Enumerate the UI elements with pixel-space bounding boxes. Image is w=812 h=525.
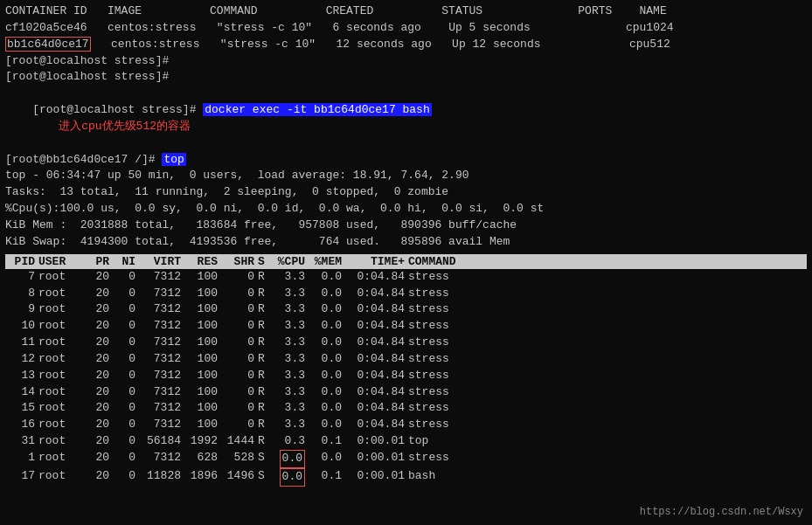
user-value: root bbox=[38, 368, 87, 384]
cpu-value: 3.3 bbox=[272, 318, 309, 335]
ni-value: 0 bbox=[113, 450, 139, 468]
pid-value: 16 bbox=[5, 417, 38, 433]
cmd-value: stress bbox=[408, 269, 807, 286]
mem-value: 0.0 bbox=[309, 286, 345, 302]
top-cmd: top bbox=[162, 153, 185, 166]
cmd-value: stress bbox=[408, 351, 807, 368]
cpu-value: 3.3 bbox=[272, 417, 309, 433]
container1-row: cf1020a5ce46 centos:stress "stress -c 10… bbox=[5, 20, 807, 37]
cmd-value: stress bbox=[408, 286, 807, 302]
cpu-value: 3.3 bbox=[272, 368, 309, 384]
time-value: 0:04.84 bbox=[345, 318, 408, 335]
table-row: 9 root 20 0 7312 100 0 R 3.3 0.0 0:04.84… bbox=[5, 301, 807, 318]
mem-value: 0.0 bbox=[309, 450, 345, 468]
table-row: 1 root 20 0 7312 628 528 S 0.0 0.0 0:00.… bbox=[5, 450, 807, 468]
pr-value: 20 bbox=[87, 468, 113, 487]
header-cmd: COMMAND bbox=[408, 255, 807, 268]
top-line5: KiB Swap: 4194300 total, 4193536 free, 7… bbox=[5, 234, 807, 251]
res-value: 100 bbox=[184, 301, 221, 318]
watermark: https://blog.csdn.net/Wsxy bbox=[640, 506, 803, 518]
cpu-value: 3.3 bbox=[272, 384, 309, 401]
ni-value: 0 bbox=[113, 318, 139, 335]
ni-value: 0 bbox=[113, 269, 139, 286]
cmd-value: stress bbox=[408, 417, 807, 433]
virt-value: 7312 bbox=[139, 318, 184, 335]
s-value: R bbox=[258, 384, 272, 401]
table-row: 16 root 20 0 7312 100 0 R 3.3 0.0 0:04.8… bbox=[5, 417, 807, 433]
mem-value: 0.0 bbox=[309, 417, 345, 433]
cpu-value: 0.0 bbox=[272, 468, 309, 487]
cmd-value: stress bbox=[408, 400, 807, 417]
virt-value: 7312 bbox=[139, 335, 184, 351]
table-row: 31 root 20 0 56184 1992 1444 R 0.3 0.1 0… bbox=[5, 433, 807, 450]
user-value: root bbox=[38, 269, 87, 286]
cpu-value: 3.3 bbox=[272, 301, 309, 318]
container-header-line: CONTAINER ID IMAGE COMMAND CREATED STATU… bbox=[5, 3, 807, 20]
header-time: TIME+ bbox=[345, 255, 408, 268]
prompt-line1: [root@localhost stress]# bbox=[5, 53, 807, 70]
header-virt: VIRT bbox=[139, 255, 184, 268]
time-value: 0:04.84 bbox=[345, 269, 408, 286]
container2-row: bb1c64d0ce17 centos:stress "stress -c 10… bbox=[5, 37, 807, 53]
cmd-value: stress bbox=[408, 368, 807, 384]
ni-value: 0 bbox=[113, 400, 139, 417]
table-row: 15 root 20 0 7312 100 0 R 3.3 0.0 0:04.8… bbox=[5, 400, 807, 417]
header-shr: SHR bbox=[221, 255, 258, 268]
virt-value: 7312 bbox=[139, 301, 184, 318]
user-value: root bbox=[38, 351, 87, 368]
s-value: R bbox=[258, 335, 272, 351]
virt-value: 56184 bbox=[139, 433, 184, 450]
pr-value: 20 bbox=[87, 417, 113, 433]
header-user: USER bbox=[38, 255, 87, 268]
res-value: 100 bbox=[184, 368, 221, 384]
pid-value: 31 bbox=[5, 433, 38, 450]
s-value: S bbox=[258, 450, 272, 468]
container1-id: cf1020a5ce46 bbox=[5, 21, 87, 34]
annotation: 进入cpu优先级512的容器 bbox=[59, 120, 191, 133]
header-pid: PID bbox=[5, 255, 38, 268]
cpu-value: 0.3 bbox=[272, 433, 309, 450]
header-res: RES bbox=[184, 255, 221, 268]
user-value: root bbox=[38, 400, 87, 417]
top-cmd-line: [root@bb1c64d0ce17 /]# top bbox=[5, 152, 807, 169]
ni-value: 0 bbox=[113, 368, 139, 384]
res-value: 1896 bbox=[184, 468, 221, 487]
pr-value: 20 bbox=[87, 286, 113, 302]
shr-value: 0 bbox=[221, 269, 258, 286]
table-row: 8 root 20 0 7312 100 0 R 3.3 0.0 0:04.84… bbox=[5, 286, 807, 302]
mem-value: 0.0 bbox=[309, 269, 345, 286]
top-line4: KiB Mem : 2031888 total, 183684 free, 95… bbox=[5, 218, 807, 234]
docker-exec-line: [root@localhost stress]# docker exec -it… bbox=[5, 86, 807, 151]
cmd-value: stress bbox=[408, 450, 807, 468]
virt-value: 7312 bbox=[139, 269, 184, 286]
pr-value: 20 bbox=[87, 301, 113, 318]
s-value: R bbox=[258, 368, 272, 384]
s-value: R bbox=[258, 351, 272, 368]
time-value: 0:00.01 bbox=[345, 450, 408, 468]
mem-value: 0.0 bbox=[309, 368, 345, 384]
virt-value: 7312 bbox=[139, 400, 184, 417]
time-value: 0:04.84 bbox=[345, 351, 408, 368]
cmd-value: stress bbox=[408, 335, 807, 351]
table-row: 13 root 20 0 7312 100 0 R 3.3 0.0 0:04.8… bbox=[5, 368, 807, 384]
cmd-value: stress bbox=[408, 384, 807, 401]
time-value: 0:04.84 bbox=[345, 286, 408, 302]
ni-value: 0 bbox=[113, 286, 139, 302]
table-row: 11 root 20 0 7312 100 0 R 3.3 0.0 0:04.8… bbox=[5, 335, 807, 351]
mem-value: 0.1 bbox=[309, 468, 345, 487]
res-value: 100 bbox=[184, 286, 221, 302]
terminal: CONTAINER ID IMAGE COMMAND CREATED STATU… bbox=[0, 0, 812, 525]
pr-value: 20 bbox=[87, 400, 113, 417]
top-line3: %Cpu(s):100.0 us, 0.0 sy, 0.0 ni, 0.0 id… bbox=[5, 201, 807, 218]
shr-value: 1496 bbox=[221, 468, 258, 487]
container2-id-box: bb1c64d0ce17 bbox=[5, 37, 91, 52]
virt-value: 7312 bbox=[139, 417, 184, 433]
process-table: 7 root 20 0 7312 100 0 R 3.3 0.0 0:04.84… bbox=[5, 269, 807, 487]
ni-value: 0 bbox=[113, 417, 139, 433]
cpu-value: 3.3 bbox=[272, 400, 309, 417]
cmd-value: bash bbox=[408, 468, 807, 487]
time-value: 0:04.84 bbox=[345, 368, 408, 384]
table-row: 7 root 20 0 7312 100 0 R 3.3 0.0 0:04.84… bbox=[5, 269, 807, 286]
res-value: 628 bbox=[184, 450, 221, 468]
pr-value: 20 bbox=[87, 269, 113, 286]
